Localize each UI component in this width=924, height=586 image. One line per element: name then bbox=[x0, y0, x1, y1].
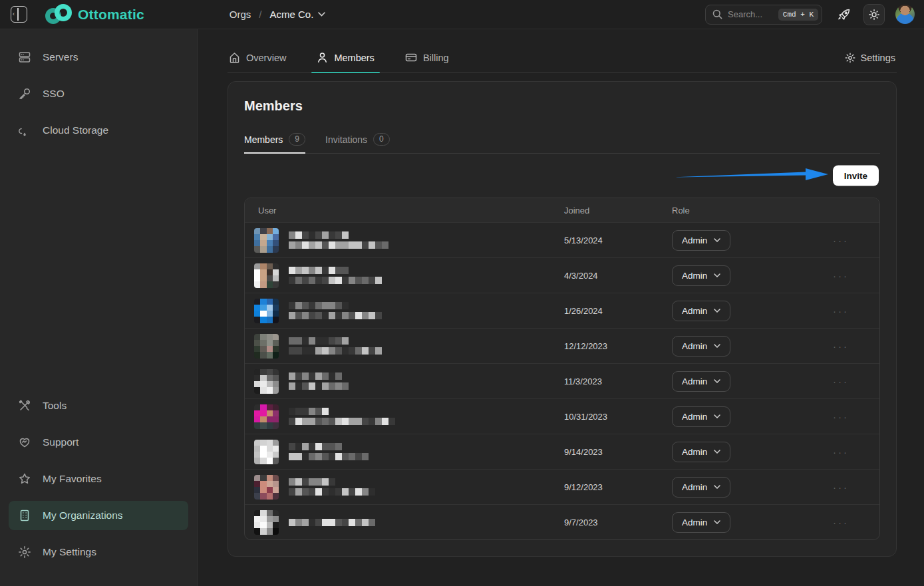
tab-billing[interactable]: Billing bbox=[404, 52, 450, 73]
member-user-cell bbox=[245, 263, 564, 288]
count-badge: 9 bbox=[289, 133, 305, 146]
redacted-identity bbox=[289, 478, 375, 496]
sidebar-item-my-settings[interactable]: My Settings bbox=[9, 537, 188, 567]
member-avatar bbox=[254, 369, 279, 394]
brand-logo[interactable]: Ottomatic bbox=[45, 4, 144, 25]
sidebar-item-sso[interactable]: SSO bbox=[9, 79, 188, 108]
member-user-cell bbox=[245, 510, 564, 535]
member-user-cell bbox=[245, 334, 564, 359]
breadcrumb: Orgs / Acme Co. bbox=[230, 9, 326, 20]
row-actions-menu[interactable]: ··· bbox=[829, 270, 879, 281]
redacted-name bbox=[289, 372, 349, 380]
breadcrumb-current: Acme Co. bbox=[270, 9, 314, 20]
redacted-email bbox=[289, 519, 375, 526]
redacted-name bbox=[289, 302, 382, 309]
subtab-invitations[interactable]: Invitations0 bbox=[325, 133, 390, 153]
org-switcher[interactable]: Acme Co. bbox=[270, 9, 326, 20]
tab-label: Members bbox=[334, 53, 374, 63]
redacted-email bbox=[289, 488, 375, 496]
logo-infinity-icon bbox=[45, 4, 73, 25]
table-row: 5/13/2024Admin··· bbox=[245, 222, 879, 257]
sidebar-item-servers[interactable]: Servers bbox=[9, 43, 188, 72]
main-content: OverviewMembersBilling Settings Members … bbox=[198, 29, 924, 586]
redacted-name bbox=[289, 267, 382, 274]
user-avatar[interactable] bbox=[895, 5, 915, 24]
role-dropdown[interactable]: Admin bbox=[672, 477, 730, 498]
role-dropdown[interactable]: Admin bbox=[672, 265, 730, 286]
sidebar-collapse-icon[interactable]: ‹ bbox=[11, 6, 27, 23]
role-value: Admin bbox=[682, 306, 707, 316]
tab-overview[interactable]: Overview bbox=[228, 52, 287, 73]
gear-icon bbox=[845, 53, 855, 63]
table-row: 4/3/2024Admin··· bbox=[245, 257, 879, 293]
role-dropdown[interactable]: Admin bbox=[672, 336, 730, 357]
role-dropdown[interactable]: Admin bbox=[672, 406, 730, 427]
members-subtabs: Members9Invitations0 bbox=[244, 133, 880, 154]
role-value: Admin bbox=[682, 376, 707, 386]
person-icon bbox=[317, 52, 328, 63]
row-actions-menu[interactable]: ··· bbox=[829, 482, 879, 493]
member-user-cell bbox=[245, 440, 564, 464]
credit-card-icon bbox=[405, 52, 417, 63]
breadcrumb-orgs[interactable]: Orgs bbox=[230, 9, 251, 20]
member-avatar bbox=[254, 263, 279, 288]
sidebar-item-tools[interactable]: Tools bbox=[9, 391, 188, 420]
support-icon bbox=[18, 436, 31, 449]
role-dropdown[interactable]: Admin bbox=[672, 301, 730, 321]
rocket-icon[interactable] bbox=[837, 7, 851, 22]
table-header: User Joined Role bbox=[245, 198, 879, 222]
sidebar-bottom-group: ToolsSupportMy FavoritesMy Organizations… bbox=[9, 391, 188, 574]
member-user-cell bbox=[245, 475, 564, 500]
subtab-label: Members bbox=[244, 134, 283, 145]
row-actions-menu[interactable]: ··· bbox=[829, 305, 879, 317]
redacted-identity bbox=[289, 267, 382, 284]
role-dropdown[interactable]: Admin bbox=[672, 230, 730, 251]
tab-settings[interactable]: Settings bbox=[845, 53, 895, 73]
sidebar-item-my-favorites[interactable]: My Favorites bbox=[9, 464, 188, 494]
row-actions-menu[interactable]: ··· bbox=[829, 517, 879, 528]
search-shortcut-badge: Cmd + K bbox=[778, 9, 818, 21]
member-joined-date: 9/12/2023 bbox=[564, 482, 672, 492]
breadcrumb-separator: / bbox=[259, 9, 261, 20]
redacted-email bbox=[289, 277, 382, 284]
member-user-cell bbox=[245, 299, 564, 323]
redacted-email bbox=[289, 312, 382, 319]
sidebar-item-label: My Favorites bbox=[43, 473, 102, 485]
members-card: Members Members9Invitations0 Invite User… bbox=[228, 81, 897, 557]
row-actions-menu[interactable]: ··· bbox=[829, 411, 879, 422]
chevron-down-icon bbox=[714, 485, 720, 489]
member-joined-date: 4/3/2024 bbox=[564, 271, 672, 281]
sidebar-item-cloud-storage[interactable]: Cloud Storage bbox=[9, 116, 188, 145]
member-avatar bbox=[254, 510, 279, 535]
row-actions-menu[interactable]: ··· bbox=[829, 235, 879, 246]
role-dropdown[interactable]: Admin bbox=[672, 442, 730, 462]
subtab-members[interactable]: Members9 bbox=[244, 133, 305, 153]
brand-name: Ottomatic bbox=[78, 7, 144, 23]
row-actions-menu[interactable]: ··· bbox=[829, 341, 879, 352]
row-actions-menu[interactable]: ··· bbox=[829, 376, 879, 387]
redacted-identity bbox=[289, 337, 382, 355]
key-icon bbox=[18, 87, 31, 100]
sidebar-item-label: Support bbox=[43, 436, 78, 448]
member-user-cell bbox=[245, 369, 564, 394]
servers-icon bbox=[18, 51, 31, 64]
chevron-down-icon bbox=[714, 520, 720, 524]
sidebar-item-support[interactable]: Support bbox=[9, 428, 188, 457]
table-row: 9/7/2023Admin··· bbox=[245, 504, 879, 539]
search-input[interactable]: Search... Cmd + K bbox=[705, 5, 822, 25]
table-row: 10/31/2023Admin··· bbox=[245, 398, 879, 434]
member-avatar bbox=[254, 228, 279, 253]
sidebar-item-my-organizations[interactable]: My Organizations bbox=[9, 501, 188, 530]
role-value: Admin bbox=[682, 341, 707, 351]
theme-toggle-button[interactable] bbox=[863, 4, 885, 25]
member-joined-date: 1/26/2024 bbox=[564, 306, 672, 316]
member-joined-date: 12/12/2023 bbox=[564, 341, 672, 351]
table-row: 9/12/2023Admin··· bbox=[245, 469, 879, 504]
role-dropdown[interactable]: Admin bbox=[672, 512, 730, 533]
invite-button[interactable]: Invite bbox=[833, 166, 879, 186]
tab-members[interactable]: Members bbox=[315, 52, 375, 73]
role-dropdown[interactable]: Admin bbox=[672, 371, 730, 392]
sidebar-item-label: SSO bbox=[43, 88, 65, 100]
row-actions-menu[interactable]: ··· bbox=[829, 446, 879, 458]
sidebar-item-label: My Settings bbox=[43, 546, 96, 558]
